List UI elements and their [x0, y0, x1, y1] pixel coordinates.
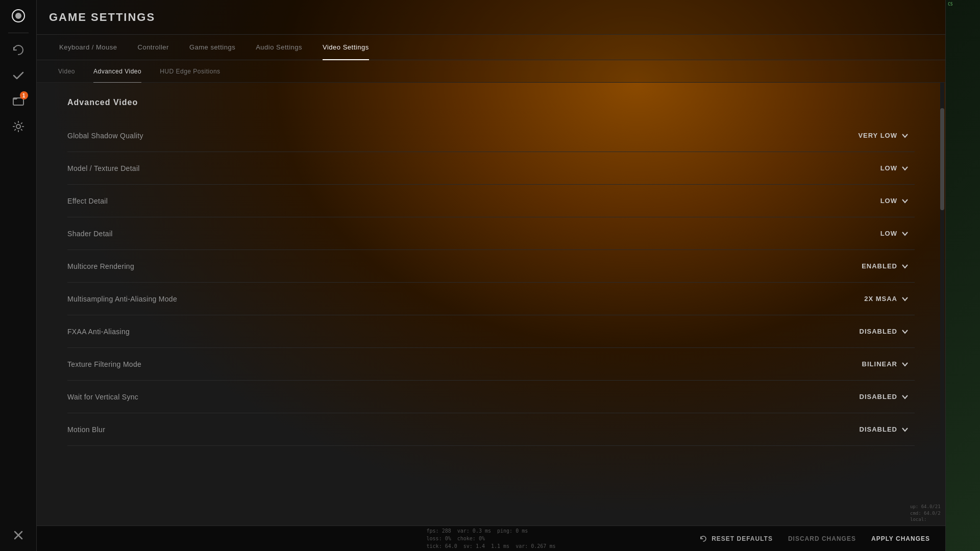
setting-row-motion-blur: Motion Blur DISABLED [67, 413, 915, 446]
setting-row-msaa: Multisampling Anti-Aliasing Mode 2X MSAA [67, 283, 915, 315]
setting-row-effect-detail: Effect Detail LOW [67, 185, 915, 217]
main-content: GAME SETTINGS Keyboard / Mouse Controlle… [37, 0, 945, 551]
svg-point-1 [15, 13, 21, 19]
discard-changes-button[interactable]: DISCARD CHANGES [788, 535, 856, 542]
setting-label-effect-detail: Effect Detail [67, 197, 108, 205]
notification-badge: 1 [20, 91, 28, 99]
tab-keyboard-mouse[interactable]: Keyboard / Mouse [49, 35, 128, 60]
chevron-down-icon [901, 165, 909, 172]
logo-icon[interactable] [8, 5, 29, 27]
setting-dropdown-multicore[interactable]: ENABLED [855, 259, 915, 273]
top-nav: Keyboard / Mouse Controller Game setting… [37, 35, 945, 60]
tab-controller[interactable]: Controller [128, 35, 179, 60]
setting-label-vsync: Wait for Vertical Sync [67, 393, 138, 401]
setting-row-multicore-rendering: Multicore Rendering ENABLED [67, 250, 915, 283]
setting-label-motion-blur: Motion Blur [67, 425, 105, 434]
setting-label-global-shadow: Global Shadow Quality [67, 132, 143, 140]
gear-icon-button[interactable] [8, 116, 29, 137]
setting-dropdown-msaa[interactable]: 2X MSAA [858, 292, 915, 306]
close-icon-button[interactable] [8, 524, 29, 546]
tab-video-settings[interactable]: Video Settings [312, 35, 379, 60]
setting-dropdown-vsync[interactable]: DISABLED [853, 390, 915, 404]
chevron-down-icon [901, 393, 909, 400]
setting-dropdown-effect-detail[interactable]: LOW [874, 194, 915, 208]
right-thumb-2[interactable]: CS [948, 35, 978, 61]
chevron-down-icon [901, 230, 909, 237]
bottom-bar: fps: 288 var: 0.3 ms ping: 0 ms loss: 0%… [37, 525, 945, 551]
tab-audio-settings[interactable]: Audio Settings [246, 35, 312, 60]
apply-changes-button[interactable]: APPLY CHANGES [871, 535, 930, 542]
setting-dropdown-global-shadow[interactable]: VERY LOW [852, 129, 915, 142]
subtab-video[interactable]: Video [49, 60, 84, 83]
setting-row-vsync: Wait for Vertical Sync DISABLED [67, 381, 915, 413]
chevron-down-icon [901, 132, 909, 139]
tab-game-settings[interactable]: Game settings [179, 35, 246, 60]
setting-dropdown-texture-filtering[interactable]: BILINEAR [856, 357, 915, 371]
setting-label-fxaa: FXAA Anti-Aliasing [67, 328, 130, 336]
setting-label-msaa: Multisampling Anti-Aliasing Mode [67, 295, 177, 303]
scrollbar-thumb[interactable] [940, 108, 944, 210]
section-title: Advanced Video [67, 98, 915, 107]
reset-icon [699, 535, 707, 543]
right-sidebar: CS [945, 0, 980, 551]
scrollbar-track[interactable] [940, 83, 944, 525]
check-icon-button[interactable] [8, 65, 29, 86]
setting-label-model-texture: Model / Texture Detail [67, 164, 140, 172]
chevron-down-icon [901, 197, 909, 205]
setting-dropdown-fxaa[interactable]: DISABLED [853, 324, 915, 338]
svg-point-3 [16, 124, 20, 129]
chevron-down-icon [901, 295, 909, 303]
debug-info: fps: 288 var: 0.3 ms ping: 0 ms loss: 0%… [427, 527, 556, 550]
refresh-icon-button[interactable] [8, 39, 29, 61]
sidebar-divider-1 [8, 33, 29, 33]
subtab-advanced-video[interactable]: Advanced Video [84, 60, 151, 83]
setting-row-fxaa: FXAA Anti-Aliasing DISABLED [67, 315, 915, 348]
setting-row-model-texture: Model / Texture Detail LOW [67, 152, 915, 185]
setting-label-shader-detail: Shader Detail [67, 230, 113, 238]
setting-dropdown-motion-blur[interactable]: DISABLED [853, 422, 915, 436]
setting-row-shader-detail: Shader Detail LOW [67, 217, 915, 250]
header: GAME SETTINGS [37, 0, 945, 35]
folder-icon-button[interactable]: 1 [8, 90, 29, 112]
subtab-hud-edge-positions[interactable]: HUD Edge Positions [151, 60, 229, 83]
setting-row-texture-filtering: Texture Filtering Mode BILINEAR [67, 348, 915, 381]
chevron-down-icon [901, 328, 909, 335]
chevron-down-icon [901, 263, 909, 270]
setting-row-global-shadow-quality: Global Shadow Quality VERY LOW [67, 119, 915, 152]
page-title: GAME SETTINGS [49, 11, 155, 24]
sub-nav: Video Advanced Video HUD Edge Positions [37, 60, 945, 83]
chevron-down-icon [901, 361, 909, 368]
reset-defaults-button[interactable]: RESET DEFAULTS [699, 535, 773, 543]
left-sidebar: 1 [0, 0, 37, 551]
setting-label-texture-filtering: Texture Filtering Mode [67, 360, 141, 368]
setting-dropdown-model-texture[interactable]: LOW [874, 161, 915, 175]
setting-dropdown-shader-detail[interactable]: LOW [874, 227, 915, 240]
settings-content: Advanced Video Global Shadow Quality VER… [37, 83, 945, 525]
setting-label-multicore: Multicore Rendering [67, 262, 134, 270]
chevron-down-icon [901, 426, 909, 433]
